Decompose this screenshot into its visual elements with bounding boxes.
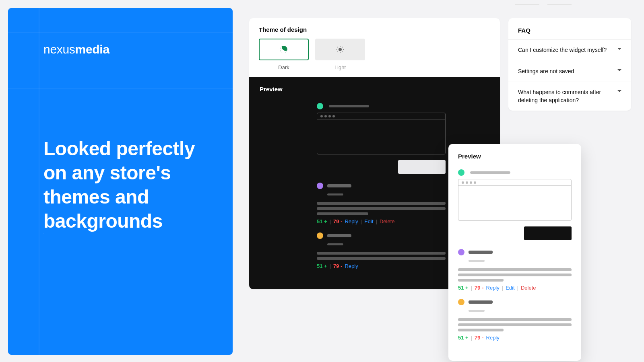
submit-button[interactable] xyxy=(398,160,446,174)
avatar xyxy=(317,183,323,189)
delete-link[interactable]: Delete xyxy=(521,285,536,291)
window-controls xyxy=(317,113,445,119)
preview-title: Preview xyxy=(458,153,572,160)
skeleton-line xyxy=(469,300,493,304)
brand-text-bold: media xyxy=(75,43,109,56)
avatar xyxy=(458,299,464,305)
skeleton-line xyxy=(317,212,368,215)
edit-link[interactable]: Edit xyxy=(364,218,373,224)
faq-item[interactable]: Settings are not saved xyxy=(508,61,631,82)
editor-box[interactable] xyxy=(317,113,446,154)
moon-icon xyxy=(279,45,288,54)
skeleton-line xyxy=(317,252,446,255)
skeleton-line xyxy=(469,251,493,254)
submit-button[interactable] xyxy=(524,226,572,240)
skeleton-line xyxy=(458,318,572,321)
faq-question: Can I customize the widget myself? xyxy=(518,46,607,54)
skeleton-line xyxy=(327,234,351,237)
tab-fragment xyxy=(547,0,572,5)
comment-item: 51 + | 79 - Reply xyxy=(317,232,446,269)
avatar xyxy=(317,232,323,239)
skeleton-line xyxy=(317,257,446,260)
hero-headline: Looked perfectly on any store's themes a… xyxy=(43,137,197,233)
preview-light: Preview 51 + | xyxy=(448,144,581,361)
skeleton-line xyxy=(327,243,343,245)
upvote-count[interactable]: 51 + xyxy=(317,263,327,269)
downvote-count[interactable]: 79 - xyxy=(333,263,342,269)
brand-logo: nexusmedia xyxy=(43,43,197,56)
preview-title: Preview xyxy=(260,86,489,93)
downvote-count[interactable]: 79 - xyxy=(475,335,483,341)
faq-panel: FAQ Can I customize the widget myself? S… xyxy=(508,18,631,111)
theme-option-dark[interactable]: Dark xyxy=(259,39,309,70)
skeleton-line xyxy=(327,184,351,187)
skeleton-line xyxy=(317,202,446,205)
avatar xyxy=(458,249,464,255)
avatar xyxy=(458,169,464,176)
brand-text-light: nexus xyxy=(43,43,75,56)
theme-light-label: Light xyxy=(315,64,365,70)
chevron-down-icon xyxy=(617,48,621,50)
skeleton-line xyxy=(317,207,446,210)
skeleton-line xyxy=(329,105,369,107)
skeleton-line xyxy=(458,279,504,282)
theme-section-title: Theme of design xyxy=(259,26,490,33)
faq-item[interactable]: What happens to comments after deleting … xyxy=(508,82,631,111)
skeleton-line xyxy=(458,329,504,331)
skeleton-line xyxy=(458,323,572,326)
reply-link[interactable]: Reply xyxy=(486,335,500,341)
edit-link[interactable]: Edit xyxy=(506,285,514,291)
faq-question: What happens to comments after deleting … xyxy=(518,88,613,104)
faq-question: Settings are not saved xyxy=(518,68,574,76)
skeleton-line xyxy=(469,260,485,262)
faq-item[interactable]: Can I customize the widget myself? xyxy=(508,39,631,61)
theme-option-light[interactable]: Light xyxy=(315,39,365,70)
comment-item: 51 + | 79 - Reply | Edit | Delete xyxy=(317,183,446,224)
reply-link[interactable]: Reply xyxy=(345,263,358,269)
faq-title: FAQ xyxy=(508,18,631,39)
reply-link[interactable]: Reply xyxy=(345,218,358,224)
downvote-count[interactable]: 79 - xyxy=(333,218,342,224)
comment-item: 51 + | 79 - Reply xyxy=(458,299,572,341)
theme-dark-label: Dark xyxy=(259,64,309,70)
skeleton-line xyxy=(458,274,572,276)
delete-link[interactable]: Delete xyxy=(380,218,395,224)
downvote-count[interactable]: 79 - xyxy=(475,285,483,291)
reply-link[interactable]: Reply xyxy=(486,285,500,291)
comment-item: 51 + | 79 - Reply | Edit | Delete xyxy=(458,249,572,291)
skeleton-line xyxy=(470,171,510,174)
hero-card: nexusmedia Looked perfectly on any store… xyxy=(8,8,233,355)
skeleton-line xyxy=(458,268,572,271)
upvote-count[interactable]: 51 + xyxy=(458,285,469,291)
upvote-count[interactable]: 51 + xyxy=(458,335,469,341)
tab-fragment xyxy=(515,0,539,5)
upvote-count[interactable]: 51 + xyxy=(317,218,327,224)
skeleton-line xyxy=(327,193,343,195)
chevron-down-icon xyxy=(617,69,621,71)
avatar xyxy=(317,103,323,109)
window-controls xyxy=(458,179,571,186)
skeleton-line xyxy=(469,310,485,312)
chevron-down-icon xyxy=(617,90,621,92)
sun-icon xyxy=(339,48,342,51)
editor-box[interactable] xyxy=(458,179,572,221)
